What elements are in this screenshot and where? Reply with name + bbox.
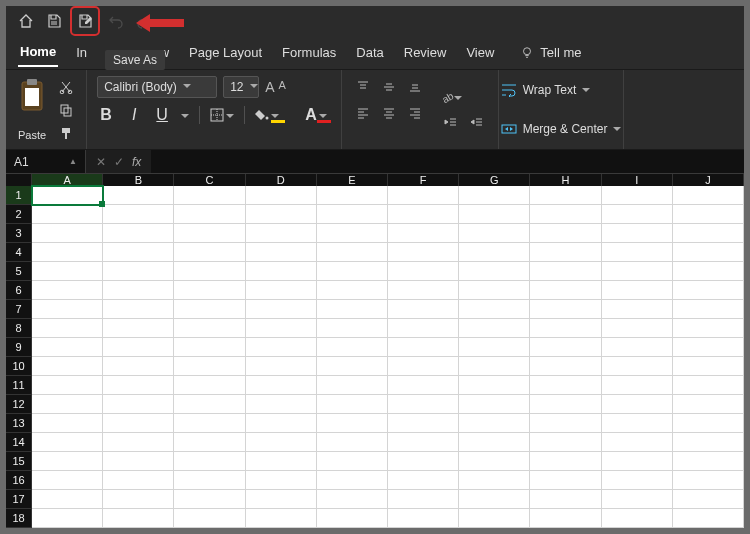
cell[interactable] bbox=[459, 338, 530, 357]
cell[interactable] bbox=[673, 300, 744, 319]
cell[interactable] bbox=[103, 205, 174, 224]
cell[interactable] bbox=[459, 186, 530, 205]
cell[interactable] bbox=[246, 452, 317, 471]
enter-formula-icon[interactable]: ✓ bbox=[114, 155, 124, 169]
cell[interactable] bbox=[388, 243, 459, 262]
tab-page-layout[interactable]: Page Layout bbox=[187, 39, 264, 66]
cell[interactable] bbox=[388, 186, 459, 205]
cell[interactable] bbox=[459, 281, 530, 300]
cell[interactable] bbox=[174, 205, 245, 224]
cell[interactable] bbox=[388, 262, 459, 281]
cell[interactable] bbox=[602, 452, 673, 471]
tab-home[interactable]: Home bbox=[18, 38, 58, 67]
cell[interactable] bbox=[530, 262, 601, 281]
row-header[interactable]: 15 bbox=[6, 452, 32, 471]
cell[interactable] bbox=[602, 395, 673, 414]
format-painter-icon[interactable] bbox=[56, 124, 76, 142]
cell[interactable] bbox=[32, 281, 103, 300]
font-size-select[interactable]: 12 bbox=[223, 76, 259, 98]
cell[interactable] bbox=[32, 319, 103, 338]
cell[interactable] bbox=[246, 281, 317, 300]
cell[interactable] bbox=[530, 509, 601, 528]
cell[interactable] bbox=[459, 262, 530, 281]
row-header[interactable]: 17 bbox=[6, 490, 32, 509]
align-left-icon[interactable] bbox=[352, 102, 374, 124]
increase-font-icon[interactable]: A bbox=[265, 79, 274, 95]
bold-button[interactable]: B bbox=[97, 106, 115, 124]
cell[interactable] bbox=[673, 395, 744, 414]
cell[interactable] bbox=[388, 338, 459, 357]
cell[interactable] bbox=[602, 262, 673, 281]
cell[interactable] bbox=[103, 471, 174, 490]
cell[interactable] bbox=[32, 338, 103, 357]
cell[interactable] bbox=[174, 186, 245, 205]
tab-review[interactable]: Review bbox=[402, 39, 449, 66]
cell[interactable] bbox=[602, 224, 673, 243]
cell[interactable] bbox=[459, 376, 530, 395]
cell[interactable] bbox=[530, 357, 601, 376]
cell[interactable] bbox=[317, 262, 388, 281]
cell[interactable] bbox=[174, 471, 245, 490]
decrease-indent-icon[interactable] bbox=[440, 112, 462, 134]
cell[interactable] bbox=[32, 357, 103, 376]
cell[interactable] bbox=[602, 433, 673, 452]
cell[interactable] bbox=[317, 395, 388, 414]
cell[interactable] bbox=[673, 433, 744, 452]
cell[interactable] bbox=[317, 243, 388, 262]
home-icon[interactable] bbox=[14, 9, 38, 33]
column-header[interactable]: H bbox=[530, 174, 601, 186]
cell[interactable] bbox=[530, 281, 601, 300]
cell[interactable] bbox=[673, 205, 744, 224]
cell[interactable] bbox=[459, 509, 530, 528]
cut-icon[interactable] bbox=[56, 78, 76, 96]
cell[interactable] bbox=[103, 243, 174, 262]
cell[interactable] bbox=[673, 224, 744, 243]
row-header[interactable]: 2 bbox=[6, 205, 32, 224]
copy-icon[interactable] bbox=[56, 101, 76, 119]
row-header[interactable]: 8 bbox=[6, 319, 32, 338]
row-header[interactable]: 1 bbox=[6, 186, 32, 205]
cell[interactable] bbox=[317, 186, 388, 205]
name-box[interactable]: A1 ▲ bbox=[6, 150, 86, 173]
cell[interactable] bbox=[459, 243, 530, 262]
save-as-icon[interactable] bbox=[73, 9, 97, 33]
cell[interactable] bbox=[530, 452, 601, 471]
cell[interactable] bbox=[103, 433, 174, 452]
cell[interactable] bbox=[317, 509, 388, 528]
cell[interactable] bbox=[388, 414, 459, 433]
cell[interactable] bbox=[673, 262, 744, 281]
cell[interactable] bbox=[174, 376, 245, 395]
borders-button[interactable] bbox=[210, 106, 234, 124]
decrease-font-icon[interactable]: A bbox=[278, 79, 285, 95]
cell[interactable] bbox=[602, 300, 673, 319]
cell[interactable] bbox=[388, 376, 459, 395]
cell[interactable] bbox=[530, 186, 601, 205]
cell[interactable] bbox=[246, 300, 317, 319]
cell[interactable] bbox=[530, 338, 601, 357]
underline-button[interactable]: U bbox=[153, 106, 171, 124]
cell[interactable] bbox=[32, 224, 103, 243]
cell[interactable] bbox=[673, 186, 744, 205]
cell[interactable] bbox=[317, 414, 388, 433]
row-header[interactable]: 11 bbox=[6, 376, 32, 395]
font-name-select[interactable]: Calibri (Body) bbox=[97, 76, 217, 98]
cell[interactable] bbox=[459, 357, 530, 376]
cell[interactable] bbox=[246, 376, 317, 395]
cell[interactable] bbox=[103, 224, 174, 243]
merge-center-button[interactable]: Merge & Center bbox=[501, 122, 622, 136]
cell[interactable] bbox=[246, 319, 317, 338]
cell[interactable] bbox=[530, 224, 601, 243]
cancel-formula-icon[interactable]: ✕ bbox=[96, 155, 106, 169]
orientation-icon[interactable]: ab bbox=[440, 86, 462, 108]
cell[interactable] bbox=[246, 357, 317, 376]
cell[interactable] bbox=[530, 471, 601, 490]
cell[interactable] bbox=[673, 338, 744, 357]
cell[interactable] bbox=[673, 357, 744, 376]
cell[interactable] bbox=[103, 262, 174, 281]
row-header[interactable]: 16 bbox=[6, 471, 32, 490]
cell[interactable] bbox=[174, 281, 245, 300]
cell[interactable] bbox=[459, 414, 530, 433]
cell[interactable] bbox=[317, 300, 388, 319]
cell[interactable] bbox=[388, 433, 459, 452]
cell[interactable] bbox=[317, 224, 388, 243]
